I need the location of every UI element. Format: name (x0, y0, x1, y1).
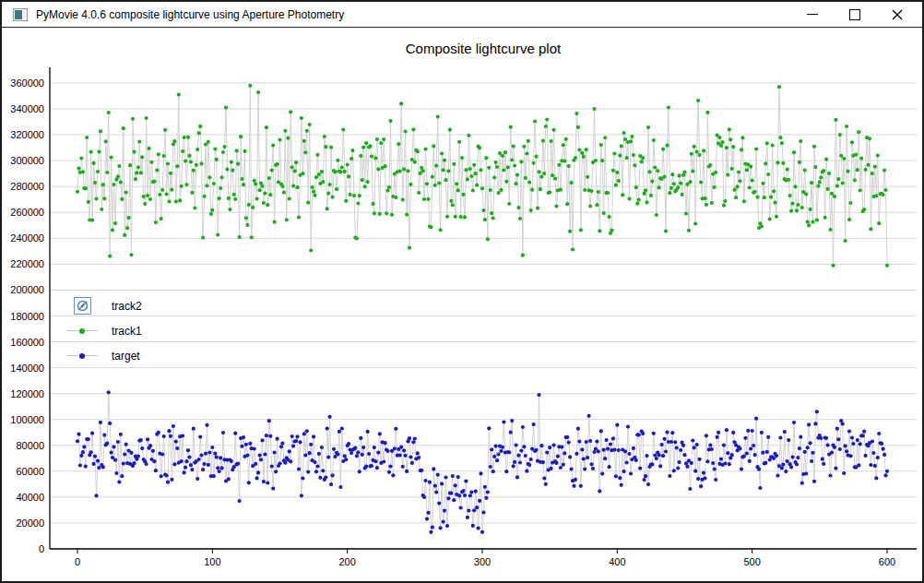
chart-area: Composite lightcurve plot 01002003004005… (2, 28, 922, 582)
legend-label-track1: track1 (112, 325, 142, 338)
series-track1 (76, 84, 889, 268)
y-tick-label: 220000 (10, 258, 44, 269)
y-tick-label: 40000 (16, 492, 44, 503)
y-tick-label: 320000 (10, 129, 44, 140)
series-target (76, 390, 889, 534)
y-tick-label: 300000 (10, 155, 44, 166)
legend-item-track2[interactable]: track2 (66, 293, 142, 318)
window-title: PyMovie 4.0.6 composite lightcurve using… (36, 8, 344, 21)
x-tick-label: 200 (338, 556, 355, 567)
y-tick-label: 80000 (16, 440, 44, 451)
legend-label-target: target (112, 350, 140, 363)
maximize-icon (849, 9, 860, 20)
y-tick-label: 200000 (10, 284, 44, 295)
y-tick-label: 20000 (16, 518, 44, 529)
y-tick-label: 140000 (10, 363, 44, 374)
window-controls (791, 2, 918, 27)
x-tick-label: 0 (75, 556, 80, 567)
x-tick-label: 500 (743, 556, 760, 567)
y-tick-label: 160000 (10, 337, 44, 348)
y-tick-label: 280000 (10, 181, 44, 192)
app-icon (13, 8, 28, 21)
legend-label-track2: track2 (112, 300, 142, 313)
y-tick-label: 340000 (10, 103, 44, 114)
x-tick-label: 600 (879, 556, 895, 567)
minimize-button[interactable] (791, 2, 834, 27)
y-tick-label: 260000 (10, 207, 44, 218)
y-tick-label: 240000 (10, 232, 44, 244)
y-tick-label: 0 (39, 543, 44, 554)
y-tick-label: 100000 (10, 414, 44, 425)
y-tick-label: 120000 (10, 388, 44, 399)
legend-item-track1[interactable]: track1 (66, 318, 142, 343)
y-tick-label: 180000 (10, 311, 44, 322)
close-button[interactable] (876, 2, 918, 27)
legend: track2 track1 target (66, 293, 142, 368)
track1-marker-icon (66, 322, 98, 340)
target-marker-icon (66, 347, 98, 365)
close-icon (892, 9, 903, 20)
y-tick-label: 60000 (16, 466, 44, 477)
y-tick-label: 360000 (10, 77, 44, 89)
x-tick-label: 100 (204, 556, 220, 567)
legend-item-target[interactable]: target (66, 343, 142, 368)
title-bar[interactable]: PyMovie 4.0.6 composite lightcurve using… (2, 2, 922, 28)
x-tick-label: 300 (474, 556, 491, 567)
x-tick-label: 400 (609, 556, 625, 567)
minimize-icon (807, 14, 818, 15)
hidden-series-icon (74, 297, 91, 315)
maximize-button[interactable] (834, 2, 876, 27)
app-window: PyMovie 4.0.6 composite lightcurve using… (0, 0, 924, 583)
